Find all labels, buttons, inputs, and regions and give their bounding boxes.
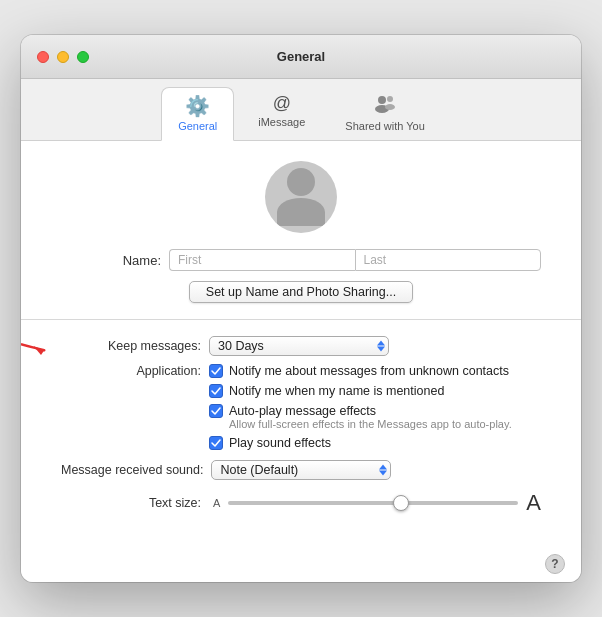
text-size-slider-container bbox=[228, 501, 518, 505]
checkbox-autoplay-row: Auto-play message effects Allow full-scr… bbox=[209, 404, 512, 430]
checkbox-sound-effects-box[interactable] bbox=[209, 436, 223, 450]
first-name-input[interactable] bbox=[169, 249, 355, 271]
message-sound-row: Message received sound: Note (Default) N… bbox=[61, 460, 541, 480]
close-button[interactable] bbox=[37, 51, 49, 63]
setup-row: Set up Name and Photo Sharing... bbox=[61, 281, 541, 303]
message-sound-select-wrapper: Note (Default) None Aurora Bamboo Bell bbox=[211, 460, 391, 480]
shared-icon bbox=[374, 93, 396, 118]
content-area: Name: Set up Name and Photo Sharing... K… bbox=[21, 141, 581, 546]
application-row: Application: Notify me about messages fr… bbox=[61, 364, 541, 450]
checkbox-group: Notify me about messages from unknown co… bbox=[209, 364, 512, 450]
avatar-body bbox=[277, 198, 325, 226]
keep-messages-label: Keep messages: bbox=[61, 339, 201, 353]
name-label: Name: bbox=[61, 253, 161, 268]
name-row: Name: bbox=[61, 249, 541, 271]
text-size-large-label: A bbox=[526, 490, 541, 516]
message-sound-dropdown-container: Note (Default) None Aurora Bamboo Bell bbox=[211, 460, 541, 480]
avatar-icon bbox=[277, 168, 325, 226]
svg-point-3 bbox=[385, 104, 395, 110]
footer: ? bbox=[21, 546, 581, 582]
tab-imessage-label: iMessage bbox=[258, 116, 305, 128]
keep-messages-row: Keep messages: 30 Days 1 Year Forever bbox=[61, 336, 541, 356]
text-size-slider[interactable] bbox=[228, 501, 518, 505]
checkbox-autoplay-label: Auto-play message effects bbox=[229, 404, 376, 418]
last-name-input[interactable] bbox=[355, 249, 542, 271]
toolbar: ⚙️ General @ iMessage Shared with You bbox=[21, 79, 581, 141]
avatar-head bbox=[287, 168, 315, 196]
tab-imessage[interactable]: @ iMessage bbox=[242, 87, 321, 140]
settings-window: General ⚙️ General @ iMessage Shared wit… bbox=[21, 35, 581, 582]
checkbox-autoplay-description: Allow full-screen effects in the Message… bbox=[229, 418, 512, 430]
checkbox-unknown-contacts: Notify me about messages from unknown co… bbox=[209, 364, 512, 378]
gear-icon: ⚙️ bbox=[185, 94, 210, 118]
avatar[interactable] bbox=[265, 161, 337, 233]
checkbox-name-mentioned-label: Notify me when my name is mentioned bbox=[229, 384, 444, 398]
message-sound-label: Message received sound: bbox=[61, 463, 203, 477]
checkbox-unknown-contacts-box[interactable] bbox=[209, 364, 223, 378]
minimize-button[interactable] bbox=[57, 51, 69, 63]
avatar-section bbox=[61, 161, 541, 233]
checkbox-sound-effects-label: Play sound effects bbox=[229, 436, 331, 450]
keep-messages-select-wrapper: 30 Days 1 Year Forever bbox=[209, 336, 389, 356]
checkbox-name-mentioned-box[interactable] bbox=[209, 384, 223, 398]
message-sound-select[interactable]: Note (Default) None Aurora Bamboo Bell bbox=[211, 460, 391, 480]
help-button[interactable]: ? bbox=[545, 554, 565, 574]
text-size-label: Text size: bbox=[61, 496, 201, 510]
keep-messages-dropdown-container: 30 Days 1 Year Forever bbox=[209, 336, 541, 356]
titlebar: General bbox=[21, 35, 581, 79]
tab-general-label: General bbox=[178, 120, 217, 132]
svg-point-2 bbox=[387, 96, 393, 102]
tab-shared[interactable]: Shared with You bbox=[329, 87, 441, 140]
at-icon: @ bbox=[273, 93, 291, 114]
keep-messages-select[interactable]: 30 Days 1 Year Forever bbox=[209, 336, 389, 356]
checkbox-autoplay-box[interactable] bbox=[209, 404, 223, 418]
tab-shared-label: Shared with You bbox=[345, 120, 425, 132]
tab-general[interactable]: ⚙️ General bbox=[161, 87, 234, 141]
text-size-small-label: A bbox=[213, 497, 220, 509]
checkbox-name-mentioned: Notify me when my name is mentioned bbox=[209, 384, 512, 398]
divider bbox=[21, 319, 581, 320]
checkbox-unknown-contacts-label: Notify me about messages from unknown co… bbox=[229, 364, 509, 378]
application-label: Application: bbox=[61, 364, 201, 378]
text-size-row: Text size: A A bbox=[61, 490, 541, 516]
checkbox-autoplay: Auto-play message effects bbox=[209, 404, 512, 418]
red-arrow-annotation bbox=[21, 319, 54, 372]
checkbox-sound-effects: Play sound effects bbox=[209, 436, 512, 450]
traffic-lights bbox=[37, 51, 89, 63]
setup-button[interactable]: Set up Name and Photo Sharing... bbox=[189, 281, 413, 303]
svg-point-0 bbox=[378, 96, 386, 104]
svg-marker-4 bbox=[33, 344, 45, 356]
window-title: General bbox=[277, 49, 325, 64]
maximize-button[interactable] bbox=[77, 51, 89, 63]
name-inputs bbox=[169, 249, 541, 271]
